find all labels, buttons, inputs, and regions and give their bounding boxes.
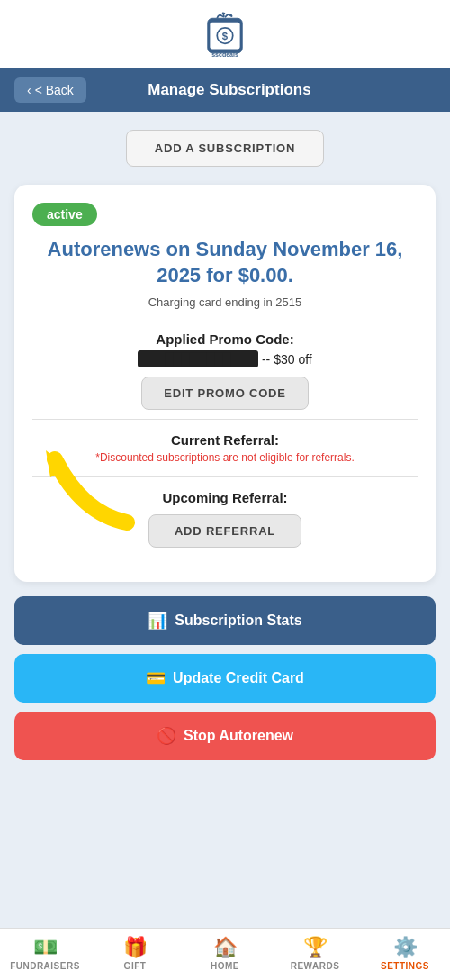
svg-text:sscdeals: sscdeals [212, 51, 238, 58]
rewards-label: REWARDS [291, 961, 340, 971]
autorenew-title: Autorenews on Sunday November 16, 2025 f… [32, 237, 418, 288]
nav-item-gift[interactable]: 🎁 GIFT [90, 936, 180, 971]
nav-item-rewards[interactable]: 🏆 REWARDS [270, 936, 360, 971]
logo-container: $ sscdeals [194, 11, 256, 60]
stats-icon: 📊 [148, 611, 167, 631]
settings-icon: ⚙️ [393, 936, 418, 959]
active-badge: active [32, 203, 97, 226]
stop-autorenew-button[interactable]: 🚫 Stop Autorenew [14, 712, 436, 760]
home-label: HOME [211, 961, 239, 971]
back-label: < Back [35, 83, 74, 97]
divider-3 [32, 476, 418, 477]
divider-2 [32, 419, 418, 420]
referral-note: *Discounted subscriptions are not eligib… [32, 451, 418, 464]
update-credit-card-button[interactable]: 💳 Update Credit Card [14, 654, 436, 703]
nav-bar: ‹ < Back Manage Subscriptions [0, 68, 450, 112]
app-header: $ sscdeals [0, 0, 450, 68]
promo-section: Applied Promo Code: ████████ -- $30 off … [32, 331, 418, 410]
nav-item-settings[interactable]: ⚙️ SETTINGS [360, 936, 450, 971]
bottom-nav: 💵 FUNDRAISERS 🎁 GIFT 🏠 HOME 🏆 REWARDS ⚙️… [0, 928, 450, 980]
subscription-stats-button[interactable]: 📊 Subscription Stats [14, 596, 436, 645]
action-buttons: 📊 Subscription Stats 💳 Update Credit Car… [14, 596, 436, 760]
home-icon: 🏠 [213, 936, 238, 959]
app-logo: $ sscdeals [194, 11, 256, 60]
current-referral-section: Current Referral: *Discounted subscripti… [32, 432, 418, 464]
promo-label: Applied Promo Code: [32, 331, 418, 347]
add-subscription-button[interactable]: ADD A SUBSCRIPTION [126, 130, 324, 167]
main-content: ADD A SUBSCRIPTION active Autorenews on … [0, 112, 450, 928]
fundraisers-label: FUNDRAISERS [10, 961, 80, 971]
stop-autorenew-label: Stop Autorenew [184, 728, 293, 744]
back-button[interactable]: ‹ < Back [14, 77, 86, 103]
stats-label: Subscription Stats [175, 612, 302, 629]
edit-promo-button[interactable]: EDIT PROMO CODE [141, 377, 309, 410]
promo-redacted: ████████ [138, 350, 258, 368]
upcoming-referral-label: Upcoming Referral: [32, 490, 418, 505]
page-title: Manage Subscriptions [148, 81, 310, 99]
svg-text:$: $ [222, 31, 229, 41]
fundraisers-icon: 💵 [33, 936, 58, 959]
promo-value: ████████ -- $30 off [32, 350, 418, 368]
card-info: Charging card ending in 2515 [32, 295, 418, 309]
add-referral-button[interactable]: ADD REFERRAL [148, 514, 302, 548]
upcoming-referral-section: Upcoming Referral: ADD REFERRAL [32, 490, 418, 548]
divider-1 [32, 322, 418, 322]
stop-icon: 🚫 [157, 726, 176, 746]
update-card-label: Update Credit Card [173, 670, 304, 686]
subscription-card: active Autorenews on Sunday November 16,… [14, 185, 436, 582]
current-referral-label: Current Referral: [32, 432, 418, 448]
nav-item-fundraisers[interactable]: 💵 FUNDRAISERS [0, 936, 90, 971]
card-icon: 💳 [146, 668, 166, 688]
gift-label: GIFT [124, 961, 147, 971]
back-icon: ‹ [27, 83, 32, 97]
current-referral-text: Current Referral: [171, 432, 279, 448]
gift-icon: 🎁 [123, 936, 148, 959]
rewards-icon: 🏆 [303, 936, 328, 959]
nav-item-home[interactable]: 🏠 HOME [180, 936, 270, 971]
settings-label: SETTINGS [381, 961, 429, 971]
promo-discount: -- $30 off [262, 352, 312, 367]
